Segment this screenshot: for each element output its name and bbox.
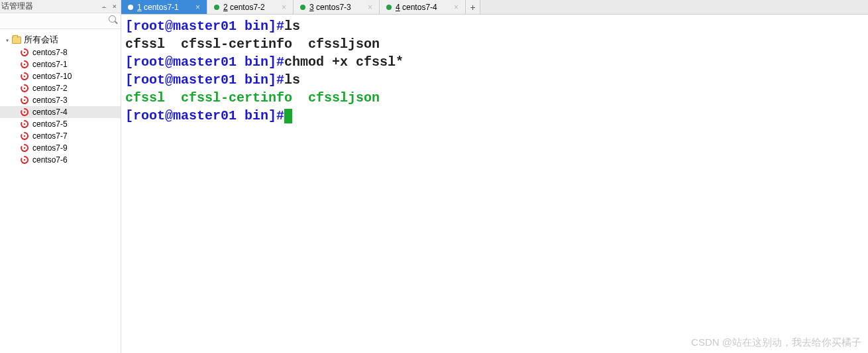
svg-point-5	[24, 111, 25, 113]
session-manager-panel: 话管理器 ⫠ × ▾ 所有会话 centos7-8centos7-1centos…	[0, 0, 121, 353]
svg-point-8	[24, 147, 25, 149]
session-item-label: centos7-7	[32, 131, 68, 141]
terminal-command: ls	[284, 19, 300, 34]
session-item[interactable]: centso7-6	[0, 154, 121, 166]
session-item[interactable]: centos7-3	[0, 94, 121, 106]
terminal-line: cfssl cfssl-certinfo cfssljson	[125, 90, 380, 106]
session-item-label: centos7-4	[32, 107, 68, 117]
session-swirl-icon	[20, 143, 29, 153]
session-item[interactable]: centos7-5	[0, 118, 121, 130]
svg-point-9	[24, 159, 25, 161]
session-swirl-icon	[20, 119, 29, 129]
session-item-label: centos7-9	[32, 143, 68, 153]
terminal-cursor	[284, 109, 292, 123]
terminal-command: chmod +x cfssl*	[284, 54, 404, 70]
svg-point-2	[24, 76, 25, 77]
tab-label: 3 centos7-3	[309, 3, 362, 12]
session-item[interactable]: centos7-7	[0, 130, 121, 142]
sidebar-search-row[interactable]	[0, 13, 121, 29]
session-item[interactable]: centos7-4	[0, 106, 121, 118]
tab-close-icon[interactable]: ×	[194, 3, 201, 11]
session-tree: ▾ 所有会话 centos7-8centos7-1centos7-10cento…	[0, 29, 121, 353]
main-area: 1 centos7-1×2 centos7-2×3 centos7-3×4 ce…	[121, 0, 868, 353]
session-item-label: centos7-5	[32, 119, 68, 129]
sidebar-header: 话管理器 ⫠ ×	[0, 0, 121, 13]
terminal-command: ls	[284, 72, 300, 88]
session-item-label: centos7-10	[32, 72, 72, 81]
session-swirl-icon	[20, 60, 29, 69]
session-swirl-icon	[20, 84, 29, 93]
tab-session[interactable]: 2 centos7-2×	[207, 0, 294, 14]
session-swirl-icon	[20, 131, 29, 141]
session-item[interactable]: centos7-1	[0, 58, 121, 70]
session-item[interactable]: centos7-9	[0, 142, 121, 154]
tab-label: 1 centos7-1	[137, 3, 190, 12]
close-panel-icon[interactable]: ×	[112, 2, 117, 11]
session-swirl-icon	[20, 96, 29, 105]
session-item[interactable]: centos7-2	[0, 82, 121, 94]
session-item-label: centos7-8	[32, 48, 68, 57]
status-dot-icon	[214, 5, 219, 10]
status-dot-icon	[128, 5, 133, 10]
tab-close-icon[interactable]: ×	[366, 3, 374, 11]
tree-root-label: 所有会话	[24, 34, 58, 46]
session-item-label: centos7-2	[32, 84, 68, 93]
tab-label: 2 centos7-2	[223, 3, 276, 12]
svg-point-6	[24, 123, 25, 125]
terminal-prompt: [root@master01 bin]#	[125, 108, 284, 123]
tree-toggle-icon[interactable]: ▾	[5, 36, 9, 44]
search-icon[interactable]	[109, 15, 118, 25]
tab-bar: 1 centos7-1×2 centos7-2×3 centos7-3×4 ce…	[121, 0, 868, 15]
tab-session[interactable]: 3 centos7-3×	[294, 0, 380, 14]
terminal-output[interactable]: [root@master01 bin]#ls cfssl cfssl-certi…	[121, 15, 868, 353]
session-swirl-icon	[20, 155, 29, 165]
session-item[interactable]: centos7-10	[0, 70, 121, 82]
pin-icon[interactable]: ⫠	[101, 2, 108, 11]
svg-point-3	[24, 88, 25, 89]
svg-point-4	[24, 100, 25, 101]
status-dot-icon	[386, 5, 392, 10]
terminal-prompt: [root@master01 bin]#	[125, 54, 284, 70]
terminal-prompt: [root@master01 bin]#	[125, 19, 284, 34]
svg-point-1	[24, 64, 25, 65]
session-swirl-icon	[20, 72, 29, 81]
session-swirl-icon	[20, 48, 29, 57]
session-item-label: centso7-6	[32, 155, 68, 165]
tab-close-icon[interactable]: ×	[280, 3, 288, 11]
folder-icon	[12, 36, 21, 44]
session-item-label: centos7-3	[32, 96, 68, 105]
terminal-line: cfssl cfssl-certinfo cfssljson	[125, 36, 380, 52]
tab-session[interactable]: 4 centos7-4×	[380, 0, 466, 14]
session-item[interactable]: centos7-8	[0, 46, 121, 58]
status-dot-icon	[300, 5, 305, 10]
tab-session[interactable]: 1 centos7-1×	[121, 0, 207, 14]
svg-point-0	[24, 52, 25, 53]
tree-root-all-sessions[interactable]: ▾ 所有会话	[0, 33, 121, 46]
svg-point-7	[24, 135, 25, 137]
session-swirl-icon	[20, 107, 29, 117]
add-tab-button[interactable]: +	[466, 0, 480, 14]
sidebar-title: 话管理器	[1, 1, 33, 12]
tab-close-icon[interactable]: ×	[453, 3, 460, 11]
terminal-prompt: [root@master01 bin]#	[125, 72, 284, 88]
tab-label: 4 centos7-4	[396, 3, 449, 12]
session-item-label: centos7-1	[32, 60, 68, 69]
